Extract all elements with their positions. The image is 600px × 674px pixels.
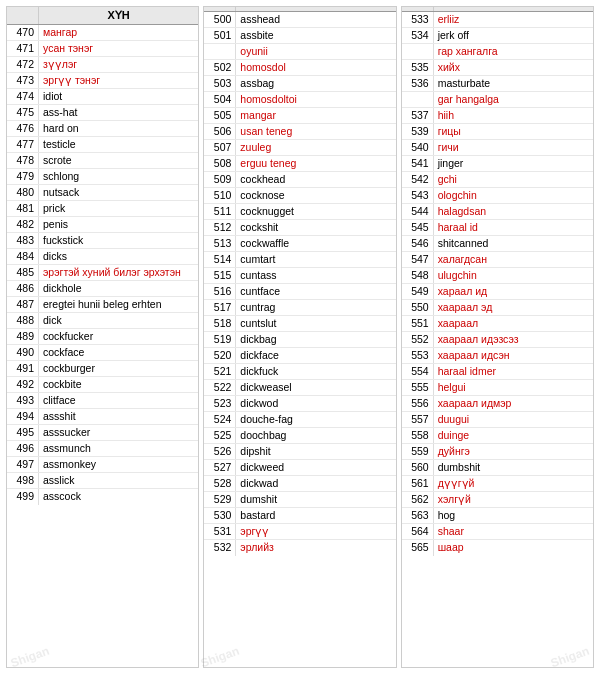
table-row: 533erliiz (402, 12, 593, 28)
row-word: зүүлэг (39, 57, 198, 72)
row-number: 478 (7, 153, 39, 168)
row-word: cockshit (236, 220, 395, 235)
table-row: 476hard on (7, 121, 198, 137)
col1-header: ХҮН (7, 7, 198, 25)
col2-num-header (204, 7, 236, 11)
row-word: эрэгтэй хуний билэг эрхэтэн (39, 265, 198, 280)
row-number: 558 (402, 428, 434, 443)
row-number: 522 (204, 380, 236, 395)
row-word: эрлийз (236, 540, 395, 556)
col2-rows: 500asshead501assbiteoyunii502homosdol503… (204, 12, 395, 556)
row-word: erguu teneg (236, 156, 395, 171)
row-word: гицы (434, 124, 593, 139)
row-word: dickweed (236, 460, 395, 475)
table-row: 506usan teneg (204, 124, 395, 140)
row-number: 476 (7, 121, 39, 136)
row-word: cuntslut (236, 316, 395, 331)
row-number: 483 (7, 233, 39, 248)
row-number: 529 (204, 492, 236, 507)
row-word: oyunii (236, 44, 395, 59)
row-word: penis (39, 217, 198, 232)
table-row: 496assmunch (7, 441, 198, 457)
row-word: nutsack (39, 185, 198, 200)
row-number (204, 44, 236, 59)
row-number: 495 (7, 425, 39, 440)
row-number: 481 (7, 201, 39, 216)
row-number: 509 (204, 172, 236, 187)
row-number: 520 (204, 348, 236, 363)
table-row: 497assmonkey (7, 457, 198, 473)
row-word: мангар (39, 25, 198, 40)
table-row: 564shaar (402, 524, 593, 540)
row-number: 497 (7, 457, 39, 472)
table-row: 565шаар (402, 540, 593, 556)
row-number: 516 (204, 284, 236, 299)
row-number: 564 (402, 524, 434, 539)
table-row: 525doochbag (204, 428, 395, 444)
row-number: 557 (402, 412, 434, 427)
table-row: 560dumbshit (402, 460, 593, 476)
row-number: 493 (7, 393, 39, 408)
row-word: gar hangalga (434, 92, 593, 107)
row-word: хийх (434, 60, 593, 75)
row-word: хаараал идэзсэз (434, 332, 593, 347)
column-1: ХҮН 470мангар471усан тэнэг472зүүлэг473эр… (6, 6, 199, 668)
table-row: 546shitcanned (402, 236, 593, 252)
row-word: ass-hat (39, 105, 198, 120)
col3-rows: 533erliiz534jerk offгар хангалга535хийх5… (402, 12, 593, 556)
row-word: asscock (39, 489, 198, 505)
row-word: эргүү тэнэг (39, 73, 198, 88)
row-number: 488 (7, 313, 39, 328)
row-number: 554 (402, 364, 434, 379)
row-word: prick (39, 201, 198, 216)
table-row: 542gchi (402, 172, 593, 188)
row-number: 477 (7, 137, 39, 152)
row-number: 565 (402, 540, 434, 556)
row-word: douche-fag (236, 412, 395, 427)
row-number: 474 (7, 89, 39, 104)
row-word: hog (434, 508, 593, 523)
table-row: 475ass-hat (7, 105, 198, 121)
table-row: 500asshead (204, 12, 395, 28)
table-row: 556хаараал идмэр (402, 396, 593, 412)
row-word: assmonkey (39, 457, 198, 472)
table-row: 545haraal id (402, 220, 593, 236)
col1-num-header (7, 7, 39, 24)
row-word: cockburger (39, 361, 198, 376)
table-row: 532эрлийз (204, 540, 395, 556)
row-number: 513 (204, 236, 236, 251)
table-row: 484dicks (7, 249, 198, 265)
table-row: 477testicle (7, 137, 198, 153)
table-row: 517cuntrag (204, 300, 395, 316)
table-row: 553хаараал идсэн (402, 348, 593, 364)
row-number: 503 (204, 76, 236, 91)
row-number: 499 (7, 489, 39, 505)
row-word: helgui (434, 380, 593, 395)
row-word: dickwod (236, 396, 395, 411)
row-number: 547 (402, 252, 434, 267)
row-number: 500 (204, 12, 236, 27)
row-word: idiot (39, 89, 198, 104)
row-word: dick (39, 313, 198, 328)
table-row: гар хангалга (402, 44, 593, 60)
row-word: усан тэнэг (39, 41, 198, 56)
row-word: дүүгүй (434, 476, 593, 491)
row-word: zuuleg (236, 140, 395, 155)
table-row: 487eregtei hunii beleg erhten (7, 297, 198, 313)
row-number: 561 (402, 476, 434, 491)
table-row: 485эрэгтэй хуний билэг эрхэтэн (7, 265, 198, 281)
table-row: 530bastard (204, 508, 395, 524)
row-number: 553 (402, 348, 434, 363)
row-word: shitcanned (434, 236, 593, 251)
row-number: 535 (402, 60, 434, 75)
row-word: asshead (236, 12, 395, 27)
table-row: 524douche-fag (204, 412, 395, 428)
row-word: dicks (39, 249, 198, 264)
row-number: 539 (402, 124, 434, 139)
table-row: 494assshit (7, 409, 198, 425)
row-number: 545 (402, 220, 434, 235)
row-number: 473 (7, 73, 39, 88)
table-row: 516cuntface (204, 284, 395, 300)
table-row: 492cockbite (7, 377, 198, 393)
row-number (402, 44, 434, 59)
